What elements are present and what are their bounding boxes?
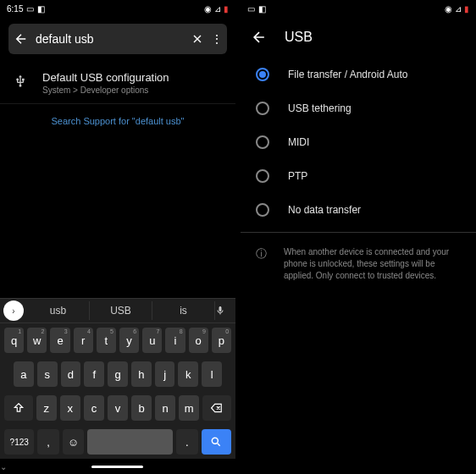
back-icon[interactable] xyxy=(251,29,268,46)
key-r[interactable]: r4 xyxy=(74,328,93,353)
key-j[interactable]: j xyxy=(155,361,175,387)
radio-option[interactable]: File transfer / Android Auto xyxy=(241,58,476,91)
key-d[interactable]: d xyxy=(61,361,81,387)
phone-left: 6:15 ▭ ◧ ◉ ⊿ ▮ ⋮ Default USB configurati… xyxy=(0,0,235,474)
status-time: 6:15 xyxy=(7,4,23,14)
radio-option[interactable]: MIDI xyxy=(241,125,476,159)
wifi-icon: ⊿ xyxy=(455,4,462,14)
back-icon[interactable] xyxy=(14,31,29,47)
key-y[interactable]: y6 xyxy=(119,328,139,353)
key-a[interactable]: a xyxy=(14,361,34,387)
usb-icon xyxy=(14,73,27,90)
radio-option[interactable]: No data transfer xyxy=(241,193,476,227)
radio-label: File transfer / Android Auto xyxy=(288,69,407,80)
keyboard: › usb USB is q1w2e3r4t5y6u7i8o9p0 asdfgh… xyxy=(0,298,235,474)
radio-icon xyxy=(256,68,269,81)
svg-point-0 xyxy=(213,438,219,444)
key-z[interactable]: z xyxy=(36,395,57,421)
result-subtitle: System > Developer options xyxy=(42,85,169,95)
nav-home[interactable] xyxy=(91,466,143,468)
search-result[interactable]: Default USB configuration System > Devel… xyxy=(0,61,235,104)
key-p[interactable]: p0 xyxy=(212,328,231,353)
page-title: USB xyxy=(285,30,313,45)
key-l[interactable]: l xyxy=(202,361,222,387)
key-n[interactable]: n xyxy=(155,395,175,421)
eye-icon: ◉ xyxy=(204,4,212,14)
key-h[interactable]: h xyxy=(131,361,152,387)
more-icon[interactable]: ⋮ xyxy=(211,32,222,46)
key-t[interactable]: t5 xyxy=(97,328,116,353)
backspace-key[interactable] xyxy=(202,395,231,421)
key-g[interactable]: g xyxy=(108,361,128,387)
mic-icon[interactable] xyxy=(215,304,235,317)
clear-icon[interactable] xyxy=(191,32,204,46)
divider xyxy=(241,232,476,233)
key-q[interactable]: q1 xyxy=(4,328,24,353)
result-title: Default USB configuration xyxy=(42,71,169,84)
key-row-4: ?123 , ☺ . xyxy=(0,425,235,459)
info-icon: ⓘ xyxy=(256,246,267,282)
radio-icon xyxy=(256,169,269,183)
radio-icon xyxy=(256,135,269,149)
key-m[interactable]: m xyxy=(179,395,199,421)
symbols-key[interactable]: ?123 xyxy=(4,429,34,455)
info-text: When another device is connected and you… xyxy=(284,246,461,282)
battery-icon: ▮ xyxy=(224,4,229,14)
key-u[interactable]: u7 xyxy=(142,328,162,353)
search-bar: ⋮ xyxy=(8,24,227,54)
key-i[interactable]: i8 xyxy=(165,328,185,353)
expand-icon[interactable]: › xyxy=(3,300,24,321)
search-input[interactable] xyxy=(36,32,184,46)
screenshot-icon: ◧ xyxy=(37,4,45,14)
key-row-3: zxcvbnm xyxy=(0,391,235,425)
radio-label: PTP xyxy=(288,170,307,182)
info-row: ⓘ When another device is connected and y… xyxy=(241,238,476,290)
key-w[interactable]: w2 xyxy=(27,328,47,353)
key-f[interactable]: f xyxy=(84,361,104,387)
wifi-icon: ⊿ xyxy=(214,4,221,14)
msg-icon: ▭ xyxy=(26,4,34,14)
shift-key[interactable] xyxy=(4,395,33,421)
search-key[interactable] xyxy=(202,429,231,455)
radio-label: No data transfer xyxy=(288,204,361,216)
radio-list: File transfer / Android AutoUSB tetherin… xyxy=(241,58,476,227)
header: USB xyxy=(241,17,476,58)
status-bar: ▭ ◧ ◉ ⊿ ▮ xyxy=(241,0,476,17)
radio-option[interactable]: PTP xyxy=(241,159,476,193)
key-o[interactable]: o9 xyxy=(189,328,208,353)
suggestion-bar: › usb USB is xyxy=(0,298,235,323)
phone-right: ▭ ◧ ◉ ⊿ ▮ USB File transfer / Android Au… xyxy=(241,0,476,474)
status-bar: 6:15 ▭ ◧ ◉ ⊿ ▮ xyxy=(0,0,235,17)
key-c[interactable]: c xyxy=(84,395,104,421)
comma-key[interactable]: , xyxy=(37,429,58,455)
key-row-1: q1w2e3r4t5y6u7i8o9p0 xyxy=(0,323,235,357)
screenshot-icon: ◧ xyxy=(258,4,266,14)
key-b[interactable]: b xyxy=(131,395,152,421)
key-v[interactable]: v xyxy=(108,395,128,421)
battery-icon: ▮ xyxy=(464,4,469,14)
key-x[interactable]: x xyxy=(60,395,80,421)
radio-label: USB tethering xyxy=(288,102,351,114)
key-k[interactable]: k xyxy=(178,361,198,387)
radio-icon xyxy=(256,203,269,217)
radio-option[interactable]: USB tethering xyxy=(241,91,476,125)
support-link[interactable]: Search Support for "default usb" xyxy=(0,104,235,138)
msg-icon: ▭ xyxy=(247,4,255,14)
suggestion[interactable]: is xyxy=(152,301,215,320)
key-e[interactable]: e3 xyxy=(50,328,69,353)
key-row-2: asdfghjkl xyxy=(0,357,235,391)
suggestion[interactable]: usb xyxy=(27,301,90,320)
key-s[interactable]: s xyxy=(37,361,58,387)
emoji-key[interactable]: ☺ xyxy=(63,429,84,455)
suggestion[interactable]: USB xyxy=(90,301,152,320)
space-key[interactable] xyxy=(87,429,173,455)
radio-label: MIDI xyxy=(288,136,309,148)
period-key[interactable]: . xyxy=(176,429,197,455)
nav-down-icon[interactable]: ⌄ xyxy=(0,462,7,471)
eye-icon: ◉ xyxy=(445,4,452,14)
nav-bar: ⌄ xyxy=(0,459,235,474)
radio-icon xyxy=(256,102,269,115)
